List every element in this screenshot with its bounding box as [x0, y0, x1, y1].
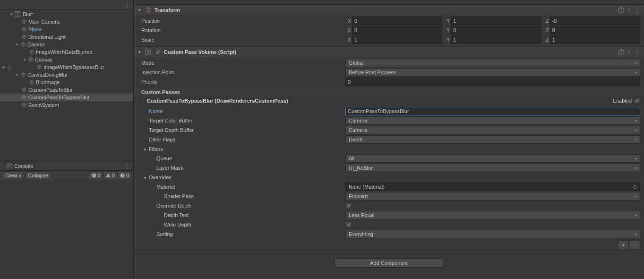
hierarchy-item-label: Canvas: [35, 57, 52, 62]
foldout-icon[interactable]: ▼: [14, 42, 20, 47]
remove-pass-button[interactable]: −: [629, 241, 640, 249]
pass-header: ≡ CustomPassToBypassBlur (DrawRenderersC…: [134, 96, 644, 105]
position-z-field[interactable]: [550, 17, 640, 25]
depth-test-dropdown[interactable]: Less Equal: [345, 211, 640, 219]
position-y-field[interactable]: [451, 17, 541, 25]
priority-field[interactable]: [345, 78, 640, 86]
shader-pass-label: Shader Pass: [137, 193, 345, 199]
scale-z-field[interactable]: [550, 35, 640, 44]
y-label: Y: [444, 18, 450, 24]
drag-handle-icon[interactable]: ≡: [141, 98, 144, 104]
custom-pass-header[interactable]: Custom Pass Volume (Script) ⫴ ⋮: [134, 47, 644, 57]
component-enabled-checkbox[interactable]: [155, 49, 161, 55]
list-footer: + −: [134, 241, 644, 250]
collapse-button[interactable]: Collapse: [25, 172, 52, 179]
hierarchy-tree: ▼ Blur* Main CameraPlane›Directional Lig…: [0, 9, 133, 110]
foldout-icon[interactable]: [143, 176, 148, 180]
visibility-toggles[interactable]: [1, 65, 12, 70]
hierarchy-item[interactable]: ▼CanvasDoingBlur: [0, 71, 133, 78]
sorting-label: Sorting: [137, 231, 345, 237]
foldout-icon[interactable]: ▼: [22, 57, 27, 62]
hierarchy-item[interactable]: Plane›: [0, 26, 133, 33]
position-row: Position X Y Z: [137, 16, 640, 26]
hierarchy-item-label: Plane: [28, 26, 42, 32]
svg-text:i: i: [94, 173, 94, 177]
gameobject-icon: [20, 41, 26, 48]
custom-passes-label: Custom Passes: [134, 88, 644, 96]
hierarchy-item-label: ImageWhichGetsBlurred: [36, 49, 93, 55]
foldout-icon[interactable]: ▼: [9, 11, 14, 17]
foldout-icon[interactable]: [137, 8, 142, 12]
hierarchy-item[interactable]: ImageWhichGetsBlurred: [0, 48, 133, 56]
hierarchy-item[interactable]: CustomPassToBlur: [0, 86, 133, 94]
write-depth-checkbox[interactable]: [345, 221, 352, 228]
console-menu-icon[interactable]: ⋮: [124, 163, 130, 169]
write-depth-label: Write Depth: [137, 222, 345, 227]
component-menu-icon[interactable]: ⋮: [634, 7, 640, 13]
sorting-dropdown[interactable]: Everything: [345, 230, 640, 238]
gameobject-icon: [21, 26, 27, 33]
queue-dropdown[interactable]: All: [345, 154, 640, 163]
gameobject-icon: [27, 56, 34, 63]
hierarchy-item-label: CustomPassToBypassBlur: [28, 95, 90, 100]
pass-enabled-checkbox[interactable]: [634, 97, 640, 104]
hierarchy-item[interactable]: EventSystem: [0, 101, 133, 109]
rotation-x-field[interactable]: [352, 26, 442, 35]
scale-label: Scale: [137, 37, 345, 43]
clear-button[interactable]: Clear: [2, 172, 24, 179]
component-menu-icon[interactable]: ⋮: [634, 49, 640, 55]
gameobject-icon: [21, 102, 27, 108]
mode-dropdown[interactable]: Global: [345, 59, 640, 67]
rotation-z-field[interactable]: [550, 26, 640, 35]
target-depth-dropdown[interactable]: Camera: [345, 126, 640, 134]
shader-pass-dropdown[interactable]: Forward: [345, 192, 640, 201]
help-icon[interactable]: [618, 49, 624, 55]
x-label: X: [345, 18, 351, 24]
scene-row[interactable]: ▼ Blur*: [0, 10, 133, 18]
foldout-icon[interactable]: ▼: [14, 72, 20, 78]
rotation-label: Rotation: [137, 27, 345, 33]
hierarchy-item[interactable]: BlurImage: [0, 78, 133, 86]
rotation-row: Rotation X Y Z: [137, 26, 640, 35]
injection-label: Injection Point: [137, 70, 345, 75]
hierarchy-item-label: CanvasDoingBlur: [27, 72, 68, 78]
hierarchy-menu-icon[interactable]: ⋮: [124, 1, 130, 8]
layer-mask-dropdown[interactable]: UI_NoBlur: [345, 164, 640, 172]
override-depth-checkbox[interactable]: [345, 202, 352, 209]
clear-flags-label: Clear Flags: [137, 137, 345, 142]
hierarchy-item[interactable]: ▼Canvas: [0, 56, 133, 63]
material-field[interactable]: None (Material): [345, 183, 640, 191]
add-component-button[interactable]: Add Component: [335, 258, 443, 268]
svg-point-9: [147, 51, 149, 52]
preset-icon[interactable]: ⫴: [628, 49, 630, 55]
scale-y-field[interactable]: [451, 35, 541, 44]
error-count[interactable]: !0: [117, 172, 131, 179]
hierarchy-item[interactable]: Main Camera: [0, 18, 133, 26]
scale-x-field[interactable]: [352, 35, 442, 44]
name-field[interactable]: [345, 107, 640, 115]
foldout-icon[interactable]: [137, 50, 142, 54]
chevron-right-icon: ›: [129, 27, 130, 32]
overrides-label: Overrides: [149, 174, 172, 180]
warn-count[interactable]: 0: [103, 172, 117, 179]
help-icon[interactable]: [618, 7, 624, 13]
hierarchy-item[interactable]: CustomPassToBypassBlur: [0, 94, 133, 101]
hierarchy-item[interactable]: ▼Canvas: [0, 41, 133, 48]
hierarchy-item-label: BlurImage: [36, 79, 60, 85]
injection-dropdown[interactable]: Before Post Process: [345, 68, 640, 77]
transform-header[interactable]: Transform ⫴ ⋮: [134, 5, 644, 15]
add-component-row: Add Component: [134, 251, 644, 275]
position-x-field[interactable]: [352, 17, 442, 25]
info-count[interactable]: i0: [89, 172, 103, 179]
preset-icon[interactable]: ⫴: [628, 7, 630, 13]
layer-mask-label: Layer Mask: [137, 165, 345, 171]
foldout-icon[interactable]: [143, 148, 148, 152]
hierarchy-item[interactable]: ImageWhichBypassesBlur: [0, 63, 133, 71]
hierarchy-item[interactable]: Directional Light: [0, 33, 133, 41]
clear-flags-dropdown[interactable]: Depth: [345, 135, 640, 144]
rotation-y-field[interactable]: [451, 26, 541, 35]
add-pass-button[interactable]: +: [618, 241, 629, 249]
target-color-label: Target Color Buffer: [137, 118, 345, 123]
console-tab[interactable]: Console: [3, 162, 37, 170]
target-color-dropdown[interactable]: Camera: [345, 116, 640, 125]
